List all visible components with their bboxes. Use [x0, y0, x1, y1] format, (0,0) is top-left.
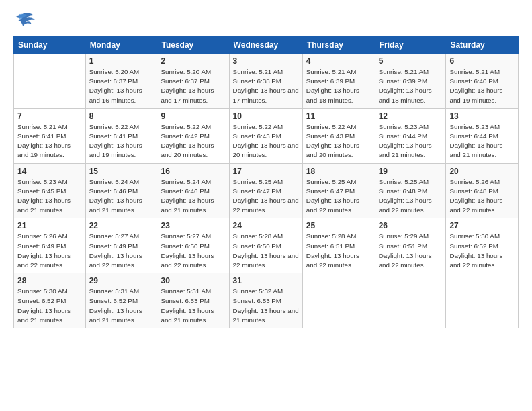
calendar-cell: 1Sunrise: 5:20 AMSunset: 6:37 PMDaylight… [85, 54, 157, 109]
day-info: Sunrise: 5:30 AMSunset: 6:52 PMDaylight:… [449, 232, 515, 270]
calendar-header-row: SundayMondayTuesdayWednesdayThursdayFrid… [14, 37, 519, 54]
day-number: 12 [379, 111, 443, 121]
day-info: Sunrise: 5:28 AMSunset: 6:51 PMDaylight:… [306, 232, 371, 270]
header-friday: Friday [375, 37, 446, 54]
calendar-cell [375, 273, 446, 328]
day-info: Sunrise: 5:25 AMSunset: 6:48 PMDaylight:… [379, 177, 443, 216]
day-number: 9 [161, 111, 225, 121]
day-number: 13 [449, 111, 515, 121]
day-number: 23 [161, 221, 225, 230]
week-row-2: 14Sunrise: 5:23 AMSunset: 6:45 PMDayligh… [14, 163, 519, 218]
day-info: Sunrise: 5:22 AMSunset: 6:41 PMDaylight:… [89, 122, 154, 161]
day-number: 21 [17, 221, 82, 230]
day-number: 19 [379, 167, 443, 176]
calendar-cell: 14Sunrise: 5:23 AMSunset: 6:45 PMDayligh… [14, 163, 86, 218]
calendar-cell: 15Sunrise: 5:24 AMSunset: 6:46 PMDayligh… [85, 163, 157, 218]
day-info: Sunrise: 5:21 AMSunset: 6:39 PMDaylight:… [379, 67, 443, 105]
day-number: 16 [161, 167, 225, 176]
calendar-cell: 2Sunrise: 5:20 AMSunset: 6:37 PMDaylight… [157, 54, 229, 109]
day-number: 22 [89, 221, 154, 230]
day-info: Sunrise: 5:30 AMSunset: 6:52 PMDaylight:… [17, 287, 82, 325]
calendar-cell: 7Sunrise: 5:21 AMSunset: 6:41 PMDaylight… [14, 108, 86, 163]
calendar-cell: 16Sunrise: 5:24 AMSunset: 6:46 PMDayligh… [157, 163, 229, 218]
calendar-cell: 5Sunrise: 5:21 AMSunset: 6:39 PMDaylight… [375, 54, 446, 109]
week-row-3: 21Sunrise: 5:26 AMSunset: 6:49 PMDayligh… [14, 218, 519, 273]
calendar-cell: 21Sunrise: 5:26 AMSunset: 6:49 PMDayligh… [14, 218, 86, 273]
calendar-cell: 19Sunrise: 5:25 AMSunset: 6:48 PMDayligh… [375, 163, 446, 218]
calendar-cell: 31Sunrise: 5:32 AMSunset: 6:53 PMDayligh… [229, 273, 302, 328]
calendar-cell: 13Sunrise: 5:23 AMSunset: 6:44 PMDayligh… [446, 108, 519, 163]
calendar-cell: 25Sunrise: 5:28 AMSunset: 6:51 PMDayligh… [302, 218, 375, 273]
day-number: 15 [89, 167, 154, 176]
week-row-1: 7Sunrise: 5:21 AMSunset: 6:41 PMDaylight… [14, 108, 519, 163]
day-number: 5 [379, 56, 443, 66]
calendar-cell: 10Sunrise: 5:22 AMSunset: 6:43 PMDayligh… [229, 108, 302, 163]
calendar-cell: 29Sunrise: 5:31 AMSunset: 6:52 PMDayligh… [85, 273, 157, 328]
day-info: Sunrise: 5:22 AMSunset: 6:43 PMDaylight:… [306, 122, 371, 161]
calendar-cell: 20Sunrise: 5:26 AMSunset: 6:48 PMDayligh… [446, 163, 519, 218]
calendar-cell [14, 54, 86, 109]
day-info: Sunrise: 5:26 AMSunset: 6:49 PMDaylight:… [17, 232, 82, 270]
day-number: 8 [89, 111, 154, 121]
calendar-table: SundayMondayTuesdayWednesdayThursdayFrid… [13, 36, 519, 328]
header-saturday: Saturday [446, 37, 519, 54]
day-info: Sunrise: 5:31 AMSunset: 6:52 PMDaylight:… [89, 287, 154, 325]
day-info: Sunrise: 5:21 AMSunset: 6:38 PMDaylight:… [233, 67, 299, 105]
day-info: Sunrise: 5:26 AMSunset: 6:48 PMDaylight:… [449, 177, 515, 216]
calendar-cell [446, 273, 519, 328]
calendar-cell: 9Sunrise: 5:22 AMSunset: 6:42 PMDaylight… [157, 108, 229, 163]
day-info: Sunrise: 5:25 AMSunset: 6:47 PMDaylight:… [306, 177, 371, 216]
day-number: 28 [17, 276, 82, 285]
header-thursday: Thursday [302, 37, 375, 54]
day-info: Sunrise: 5:20 AMSunset: 6:37 PMDaylight:… [89, 67, 154, 105]
day-number: 29 [89, 276, 154, 285]
calendar-cell: 26Sunrise: 5:29 AMSunset: 6:51 PMDayligh… [375, 218, 446, 273]
day-info: Sunrise: 5:22 AMSunset: 6:42 PMDaylight:… [161, 122, 225, 161]
calendar-cell: 30Sunrise: 5:31 AMSunset: 6:53 PMDayligh… [157, 273, 229, 328]
logo [13, 11, 38, 30]
logo-icon [13, 11, 35, 30]
calendar-cell: 6Sunrise: 5:21 AMSunset: 6:40 PMDaylight… [446, 54, 519, 109]
day-number: 17 [233, 167, 299, 176]
day-number: 11 [306, 111, 371, 121]
week-row-0: 1Sunrise: 5:20 AMSunset: 6:37 PMDaylight… [14, 54, 519, 109]
header-wednesday: Wednesday [229, 37, 302, 54]
calendar-cell: 17Sunrise: 5:25 AMSunset: 6:47 PMDayligh… [229, 163, 302, 218]
day-info: Sunrise: 5:23 AMSunset: 6:44 PMDaylight:… [449, 122, 515, 161]
calendar-cell: 4Sunrise: 5:21 AMSunset: 6:39 PMDaylight… [302, 54, 375, 109]
header-sunday: Sunday [14, 37, 86, 54]
calendar-cell: 18Sunrise: 5:25 AMSunset: 6:47 PMDayligh… [302, 163, 375, 218]
header-tuesday: Tuesday [157, 37, 229, 54]
day-number: 10 [233, 111, 299, 121]
day-info: Sunrise: 5:27 AMSunset: 6:49 PMDaylight:… [89, 232, 154, 270]
day-number: 25 [306, 221, 371, 230]
week-row-4: 28Sunrise: 5:30 AMSunset: 6:52 PMDayligh… [14, 273, 519, 328]
day-number: 24 [233, 221, 299, 230]
day-info: Sunrise: 5:28 AMSunset: 6:50 PMDaylight:… [233, 232, 299, 270]
day-info: Sunrise: 5:27 AMSunset: 6:50 PMDaylight:… [161, 232, 225, 270]
day-info: Sunrise: 5:32 AMSunset: 6:53 PMDaylight:… [233, 287, 299, 325]
day-number: 14 [17, 167, 82, 176]
day-number: 30 [161, 276, 225, 285]
day-number: 20 [449, 167, 515, 176]
day-info: Sunrise: 5:23 AMSunset: 6:44 PMDaylight:… [379, 122, 443, 161]
day-info: Sunrise: 5:21 AMSunset: 6:39 PMDaylight:… [306, 67, 371, 105]
day-info: Sunrise: 5:25 AMSunset: 6:47 PMDaylight:… [233, 177, 299, 216]
calendar-cell: 12Sunrise: 5:23 AMSunset: 6:44 PMDayligh… [375, 108, 446, 163]
header-monday: Monday [85, 37, 157, 54]
day-number: 2 [161, 56, 225, 66]
day-number: 31 [233, 276, 299, 285]
calendar-cell: 27Sunrise: 5:30 AMSunset: 6:52 PMDayligh… [446, 218, 519, 273]
day-info: Sunrise: 5:23 AMSunset: 6:45 PMDaylight:… [17, 177, 82, 216]
day-number: 27 [449, 221, 515, 230]
day-number: 4 [306, 56, 371, 66]
day-info: Sunrise: 5:29 AMSunset: 6:51 PMDaylight:… [379, 232, 443, 270]
day-number: 3 [233, 56, 299, 66]
day-info: Sunrise: 5:21 AMSunset: 6:41 PMDaylight:… [17, 122, 82, 161]
day-info: Sunrise: 5:22 AMSunset: 6:43 PMDaylight:… [233, 122, 299, 161]
calendar-cell: 8Sunrise: 5:22 AMSunset: 6:41 PMDaylight… [85, 108, 157, 163]
day-number: 7 [17, 111, 82, 121]
day-info: Sunrise: 5:20 AMSunset: 6:37 PMDaylight:… [161, 67, 225, 105]
calendar-cell: 3Sunrise: 5:21 AMSunset: 6:38 PMDaylight… [229, 54, 302, 109]
day-info: Sunrise: 5:31 AMSunset: 6:53 PMDaylight:… [161, 287, 225, 325]
